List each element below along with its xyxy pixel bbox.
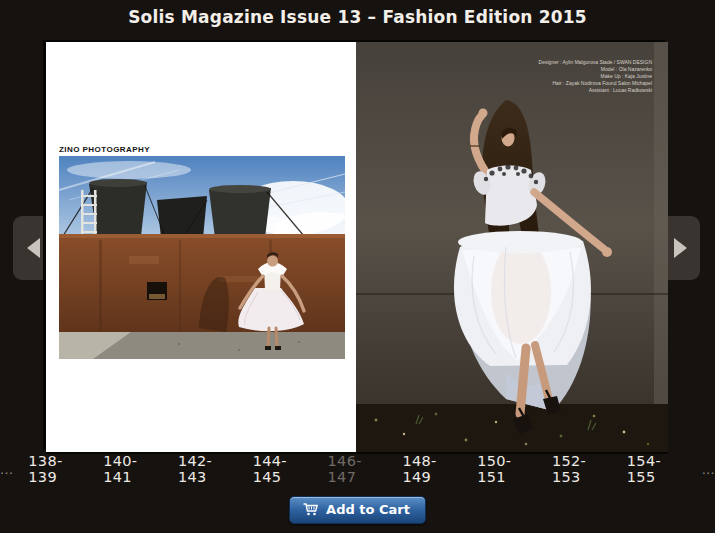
page-link-144-145[interactable]: 144-145 [253, 453, 313, 485]
cart-row: Add to Cart [0, 496, 715, 524]
page-title: Solis Magazine Issue 13 – Fashion Editio… [0, 7, 715, 27]
pagination-ellipsis-left: ... [0, 462, 13, 477]
left-page-photo [59, 156, 345, 359]
left-triangle-icon [27, 238, 40, 258]
page-link-146-147-current[interactable]: 146-147 [328, 453, 388, 485]
add-to-cart-button[interactable]: Add to Cart [289, 496, 426, 524]
add-to-cart-label: Add to Cart [326, 502, 410, 517]
pagination-ellipsis-right: ... [702, 462, 715, 477]
page-link-140-141[interactable]: 140-141 [103, 453, 163, 485]
right-page-photo [356, 42, 668, 452]
magazine-left-page: ZINO PHOTOGRAPHY [46, 42, 356, 452]
editorial-credits: Designer : Aylin Malgurova Stade / SWAN … [539, 59, 652, 94]
page-link-138-139[interactable]: 138-139 [28, 453, 88, 485]
shopping-cart-icon [303, 503, 318, 516]
right-triangle-icon [674, 238, 687, 258]
credit-line: Assistant : Lucas Radkowski [539, 87, 652, 94]
magazine-spread: ZINO PHOTOGRAPHY [46, 42, 668, 452]
page-link-148-149[interactable]: 148-149 [402, 453, 462, 485]
credit-line: Hair : Zayak Nodirova Found Salon Michap… [539, 80, 652, 87]
photographer-credit: ZINO PHOTOGRAPHY [59, 145, 150, 154]
magazine-right-page: Designer : Aylin Malgurova Stade / SWAN … [356, 42, 668, 452]
page-link-154-155[interactable]: 154-155 [627, 453, 687, 485]
page-link-152-153[interactable]: 152-153 [552, 453, 612, 485]
magazine-viewer: Solis Magazine Issue 13 – Fashion Editio… [0, 0, 715, 533]
page-link-150-151[interactable]: 150-151 [477, 453, 537, 485]
credit-line: Model : Ola Nazarenko [539, 66, 652, 73]
credit-line: Make Up : Kaja Justine [539, 73, 652, 80]
page-link-142-143[interactable]: 142-143 [178, 453, 238, 485]
credit-line: Designer : Aylin Malgurova Stade / SWAN … [539, 59, 652, 66]
page-navigation: ... 138-139 140-141 142-143 144-145 146-… [0, 458, 715, 480]
